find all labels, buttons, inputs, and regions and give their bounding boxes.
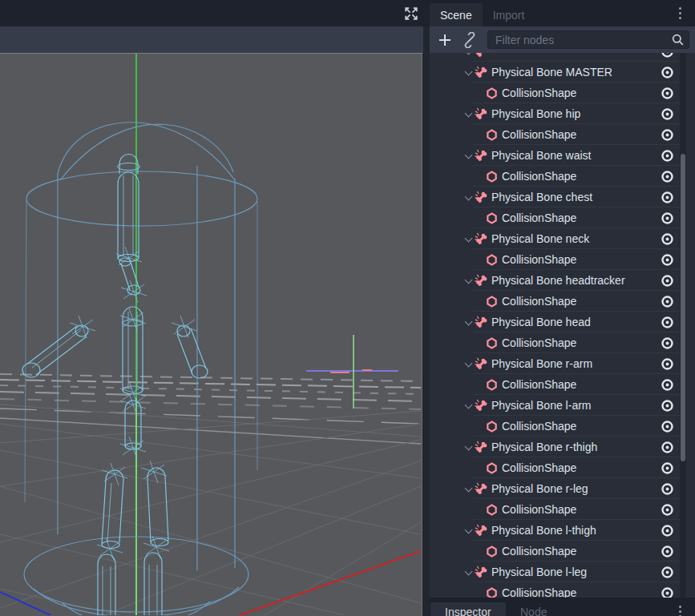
- visibility-eye-button[interactable]: [660, 398, 674, 413]
- tree-row[interactable]: Physical Bone hip: [430, 103, 695, 124]
- visibility-eye-button[interactable]: [660, 502, 674, 517]
- visibility-eye-button[interactable]: [660, 315, 674, 329]
- tree-row[interactable]: Physical Bone l-leg: [430, 562, 695, 582]
- tab-inspector[interactable]: Inspector: [430, 602, 506, 616]
- visibility-eye-button[interactable]: [660, 86, 674, 100]
- tree-row[interactable]: Physical Bone l-thigh: [430, 520, 695, 541]
- tree-row-label: CollisionShape: [502, 503, 660, 516]
- scene-tree: Physical Bone MASTER CollisionShape: [430, 53, 695, 598]
- tree-row[interactable]: Physical Bone r-leg: [430, 478, 695, 499]
- chevron-down-icon[interactable]: [465, 360, 471, 367]
- tree-row-label: Physical Bone waist: [491, 149, 660, 162]
- visibility-eye-button[interactable]: [660, 107, 674, 121]
- tree-row[interactable]: Physical Bone r-arm: [430, 353, 695, 374]
- visibility-eye-button[interactable]: [660, 190, 674, 204]
- tab-import[interactable]: Import: [483, 3, 535, 26]
- chevron-down-icon[interactable]: [465, 152, 471, 159]
- chevron-down-icon[interactable]: [465, 194, 471, 200]
- panel-splitter[interactable]: [423, 26, 430, 616]
- chevron-down-icon[interactable]: [465, 527, 471, 533]
- chevron-down-icon[interactable]: [465, 236, 471, 242]
- visibility-eye-button[interactable]: [660, 356, 674, 371]
- editor-top-bar: [0, 0, 430, 26]
- viewport-background: [0, 54, 421, 615]
- bottom-panel-menu-icon[interactable]: [679, 606, 682, 616]
- tree-row[interactable]: CollisionShape: [430, 124, 695, 145]
- tree-row[interactable]: CollisionShape: [430, 374, 695, 395]
- chevron-down-icon[interactable]: [465, 319, 471, 325]
- tree-row[interactable]: CollisionShape: [430, 457, 695, 478]
- scrollbar-thumb[interactable]: [681, 154, 685, 461]
- visibility-eye-button[interactable]: [660, 127, 674, 142]
- chevron-down-icon[interactable]: [465, 69, 471, 75]
- visibility-eye-button[interactable]: [660, 294, 674, 308]
- tree-row[interactable]: CollisionShape: [430, 499, 695, 520]
- tree-row[interactable]: Physical Bone l-arm: [430, 395, 695, 416]
- tree-row[interactable]: CollisionShape: [430, 541, 695, 562]
- chevron-down-icon[interactable]: [465, 444, 471, 450]
- visibility-eye-button[interactable]: [660, 53, 674, 58]
- chevron-down-icon[interactable]: [465, 402, 471, 409]
- visibility-eye-button[interactable]: [660, 586, 674, 598]
- visibility-eye-button[interactable]: [660, 336, 674, 350]
- tree-row-label: Physical Bone l-leg: [491, 566, 660, 578]
- tree-row[interactable]: Physical Bone waist: [430, 145, 695, 166]
- collision-shape-icon: [485, 420, 499, 433]
- tree-row[interactable]: Physical Bone MASTER: [430, 62, 695, 83]
- tree-row[interactable]: CollisionShape: [430, 582, 695, 598]
- visibility-eye-button[interactable]: [660, 523, 674, 537]
- instance-scene-button[interactable]: [459, 30, 480, 50]
- visibility-eye-button[interactable]: [660, 481, 674, 496]
- visibility-eye-button[interactable]: [660, 419, 674, 433]
- tree-row[interactable]: Physical Bone head: [430, 312, 695, 332]
- tree-row[interactable]: Physical Bone r-thigh: [430, 437, 695, 457]
- panel-menu-icon[interactable]: [679, 7, 682, 19]
- visibility-eye-button[interactable]: [660, 565, 674, 579]
- tree-row[interactable]: [430, 53, 695, 62]
- tree-row[interactable]: CollisionShape: [430, 166, 695, 187]
- visibility-eye-button[interactable]: [660, 273, 674, 288]
- visibility-eye-button[interactable]: [660, 252, 674, 267]
- scene-dock-tabbar: Scene Import: [430, 0, 695, 26]
- chevron-down-icon[interactable]: [465, 277, 471, 284]
- tree-row[interactable]: Physical Bone neck: [430, 228, 695, 249]
- visibility-eye-button[interactable]: [660, 169, 674, 183]
- physical-bone-icon: [475, 482, 488, 496]
- 3d-viewport[interactable]: [0, 53, 422, 616]
- add-node-button[interactable]: [434, 30, 455, 50]
- collision-shape-icon: [485, 211, 499, 225]
- visibility-eye-button[interactable]: [660, 461, 674, 475]
- tree-row[interactable]: CollisionShape: [430, 83, 695, 103]
- fullscreen-expand-icon[interactable]: [403, 6, 419, 22]
- visibility-eye-button[interactable]: [660, 377, 674, 392]
- tree-row-label: CollisionShape: [502, 461, 660, 474]
- tab-scene[interactable]: Scene: [430, 3, 483, 26]
- physical-bone-icon: [475, 316, 488, 329]
- tree-row[interactable]: CollisionShape: [430, 332, 695, 353]
- chevron-down-icon[interactable]: [465, 485, 471, 492]
- scene-dock: Scene Import: [430, 0, 695, 616]
- scene-tree-toolbar: [430, 26, 695, 53]
- tree-row[interactable]: CollisionShape: [430, 207, 695, 228]
- tab-node[interactable]: Node: [506, 602, 561, 616]
- tree-row[interactable]: Physical Bone chest: [430, 187, 695, 207]
- visibility-eye-button[interactable]: [660, 148, 674, 163]
- chevron-down-icon[interactable]: [465, 111, 471, 117]
- visibility-eye-button[interactable]: [660, 211, 674, 225]
- chevron-down-icon[interactable]: [465, 569, 471, 575]
- tree-row[interactable]: CollisionShape: [430, 416, 695, 437]
- chevron-down-icon[interactable]: [465, 53, 471, 54]
- tree-row[interactable]: Physical Bone headtracker: [430, 270, 695, 291]
- tree-row[interactable]: CollisionShape: [430, 249, 695, 270]
- tree-row-label: Physical Bone head: [491, 316, 660, 328]
- tree-row-label: CollisionShape: [502, 170, 660, 183]
- filter-nodes-input[interactable]: [487, 30, 689, 49]
- collision-shape-icon: [485, 545, 499, 558]
- scene-tree-scrollbar[interactable]: [680, 53, 686, 598]
- visibility-eye-button[interactable]: [660, 440, 674, 454]
- visibility-eye-button[interactable]: [660, 544, 674, 558]
- visibility-eye-button[interactable]: [660, 232, 674, 246]
- tree-row[interactable]: CollisionShape: [430, 291, 695, 312]
- visibility-eye-button[interactable]: [660, 65, 674, 79]
- collision-shape-icon: [485, 378, 499, 392]
